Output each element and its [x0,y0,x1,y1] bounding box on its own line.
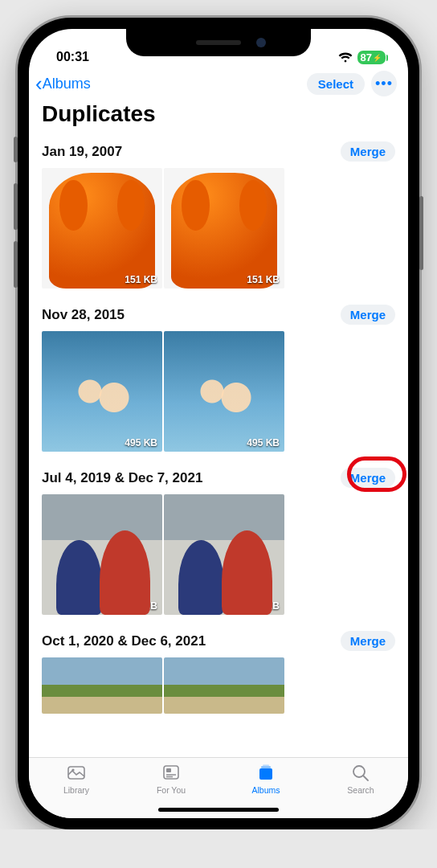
wifi-icon [338,52,353,63]
page-title: Duplicates [29,101,408,135]
ellipsis-icon: ••• [375,76,393,92]
group-date: Jul 4, 2019 & Dec 7, 2021 [42,470,202,486]
file-size: 495 KB [247,437,280,448]
merge-button[interactable]: Merge [341,305,395,325]
home-indicator[interactable] [158,808,279,812]
photo-thumbnail[interactable] [42,657,162,714]
svg-rect-7 [261,767,271,768]
select-button[interactable]: Select [307,73,365,95]
svg-line-10 [363,776,368,780]
notch [126,29,311,56]
duplicate-group: Jul 4, 2019 & Dec 7, 2021 Merge 2.3 MB 7… [35,461,402,624]
tab-label: For You [157,785,186,795]
file-size: 495 KB [125,437,157,448]
tab-label: Search [347,785,374,795]
for-you-icon [161,763,182,784]
more-button[interactable]: ••• [371,71,397,96]
merge-button[interactable]: Merge [341,141,395,162]
photo-thumbnail[interactable]: 151 KB [164,168,284,289]
chevron-left-icon: ‹ [35,73,43,94]
photo-thumbnail[interactable]: 151 KB [42,168,162,289]
power-button [419,196,423,270]
file-size: 76 KB [252,600,280,612]
back-button[interactable]: ‹ Albums [35,73,91,94]
file-size: 2.3 MB [126,600,157,612]
svg-rect-8 [263,765,269,767]
duplicates-list[interactable]: Jan 19, 2007 Merge 151 KB 151 KB Nov 28,… [29,135,408,757]
photo-thumbnail[interactable]: 495 KB [164,331,284,452]
photo-thumbnail[interactable]: 76 KB [164,494,284,615]
volume-down [14,241,18,288]
merge-button[interactable]: Merge [341,468,395,488]
nav-bar: ‹ Albums Select ••• [29,68,408,101]
search-icon [350,763,371,784]
photo-thumbnail[interactable]: 495 KB [42,331,162,452]
tab-label: Library [63,785,89,795]
group-date: Nov 28, 2015 [42,307,125,323]
svg-point-1 [71,768,74,771]
status-time: 00:31 [56,50,89,64]
group-date: Jan 19, 2007 [42,144,122,160]
file-size: 151 KB [247,274,280,285]
phone-frame: 00:31 87⚡ ‹ Albums Select ••• Duplicates [18,18,419,829]
tab-search[interactable]: Search [313,763,408,818]
battery-indicator: 87⚡ [357,51,386,64]
photo-thumbnail[interactable] [164,657,284,714]
duplicate-group: Oct 1, 2020 & Dec 6, 2021 Merge [35,624,402,723]
tab-label: Albums [251,785,280,795]
albums-icon [255,763,276,784]
svg-rect-6 [259,768,272,780]
back-label: Albums [43,76,91,92]
duplicate-group: Nov 28, 2015 Merge 495 KB 495 KB [35,298,402,461]
svg-rect-3 [166,768,171,772]
tab-library[interactable]: Library [29,763,124,818]
group-date: Oct 1, 2020 & Dec 6, 2021 [42,633,206,649]
merge-button[interactable]: Merge [341,631,395,651]
duplicate-group: Jan 19, 2007 Merge 151 KB 151 KB [35,135,402,298]
library-icon [66,763,87,784]
photo-thumbnail[interactable]: 2.3 MB [42,494,162,615]
volume-up [14,183,18,230]
mute-switch [14,137,18,162]
file-size: 151 KB [125,274,157,285]
